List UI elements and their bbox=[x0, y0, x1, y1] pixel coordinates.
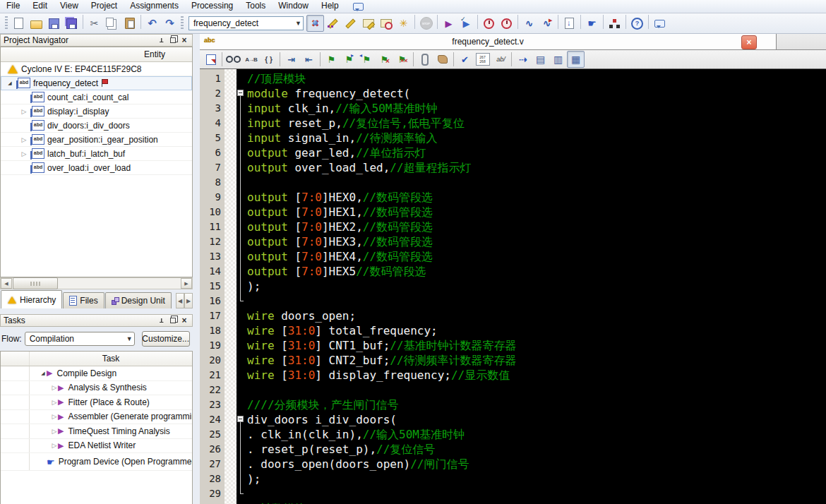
tree-arrow-icon[interactable]: ▷ bbox=[20, 136, 28, 143]
tab-scroll-left-icon[interactable]: ◀ bbox=[176, 293, 184, 308]
code-line[interactable]: output [7:0]HEX3,//数码管段选 bbox=[237, 234, 826, 249]
replace-button[interactable] bbox=[242, 51, 260, 68]
code-line[interactable]: wire [31:0] display_frequency;//显示数值 bbox=[237, 368, 826, 383]
scrollbar-thumb[interactable] bbox=[13, 277, 58, 289]
entity-column-header[interactable]: Entity bbox=[1, 47, 192, 62]
classic-timing-button[interactable] bbox=[377, 15, 395, 32]
code-editor[interactable]: 1234567891011121314151617181920212223242… bbox=[200, 69, 826, 504]
code-line[interactable]: module frequency_detect( bbox=[237, 86, 826, 101]
task-row-assembler-generate-programming[interactable]: ▷▶Assembler (Generate programming bbox=[1, 410, 192, 425]
line-counter-button[interactable]: 267268 bbox=[474, 51, 491, 68]
code-line[interactable]: output [7:0]HEX1,//数码管段选 bbox=[237, 205, 826, 220]
help-button[interactable] bbox=[628, 15, 646, 32]
find-button[interactable] bbox=[225, 51, 242, 68]
start-compilation-button[interactable] bbox=[440, 15, 457, 32]
tree-row-gear_position[interactable]: ▷abdgear_position:i_gear_position bbox=[1, 133, 192, 147]
tree-row-count_cal[interactable]: abdcount_cal:i_count_cal bbox=[1, 90, 192, 104]
flow-combobox[interactable]: Compilation ▼ bbox=[25, 332, 135, 346]
code-line[interactable] bbox=[237, 175, 826, 190]
simulation-button[interactable] bbox=[520, 15, 538, 32]
stop-button[interactable] bbox=[417, 15, 435, 32]
code-line[interactable]: wire doors_open; bbox=[237, 308, 826, 323]
pin-icon[interactable] bbox=[157, 316, 167, 325]
entity-combobox[interactable]: frequency_detect ▼ bbox=[188, 16, 304, 30]
compile-design-button[interactable] bbox=[306, 15, 324, 32]
task-arrow-icon[interactable]: ▷ bbox=[51, 413, 58, 420]
page-export-button[interactable] bbox=[561, 15, 578, 32]
bookmark-margin[interactable] bbox=[225, 69, 237, 504]
task-arrow-icon[interactable]: ▷ bbox=[51, 384, 58, 391]
comment-toggle-button[interactable]: ab/ bbox=[491, 51, 509, 68]
code-line[interactable]: ); bbox=[237, 279, 826, 294]
task-row-analysis-synthesis[interactable]: ▷▶Analysis & Synthesis bbox=[1, 381, 192, 396]
code-line[interactable]: output [7:0]HEX2,//数码管段选 bbox=[237, 220, 826, 234]
code-line[interactable] bbox=[237, 383, 826, 397]
eda-netlist-button[interactable] bbox=[395, 15, 412, 32]
code-line[interactable]: //顶层模块 bbox=[237, 71, 826, 86]
project-navigator-hscrollbar[interactable]: ◀ ▶ bbox=[0, 277, 193, 289]
code-line[interactable]: wire [31:0] total_frequency; bbox=[237, 323, 826, 338]
float-icon[interactable] bbox=[168, 316, 178, 325]
task-arrow-icon[interactable]: ▷ bbox=[51, 442, 58, 449]
macro-button[interactable] bbox=[433, 51, 451, 68]
code-line[interactable] bbox=[237, 486, 826, 501]
menu-assignments[interactable]: Assignments bbox=[124, 0, 185, 13]
file-options-button[interactable] bbox=[202, 51, 220, 68]
redo-button[interactable] bbox=[161, 15, 179, 32]
analysis-synthesis-button[interactable] bbox=[324, 15, 342, 32]
feedback-icon[interactable] bbox=[349, 0, 367, 15]
menu-tools[interactable]: Tools bbox=[239, 0, 272, 13]
code-line[interactable]: . doors_open(doors_open)//闸门信号 bbox=[237, 457, 826, 472]
code-line[interactable]: wire [31:0] CNT1_buf;//基准时钟计数器寄存器 bbox=[237, 338, 826, 353]
menu-view[interactable]: View bbox=[54, 0, 85, 13]
code-line[interactable]: input signal_in,//待测频率输入 bbox=[237, 131, 826, 145]
outdent-button[interactable] bbox=[300, 51, 318, 68]
task-row-compile-design[interactable]: ◢▶Compile Design bbox=[1, 366, 192, 381]
tab-files[interactable]: Files bbox=[63, 292, 104, 308]
tree-row-display[interactable]: ▷abddisplay:i_display bbox=[1, 104, 192, 119]
code-line[interactable] bbox=[237, 294, 826, 308]
code-line[interactable]: //计数模块 bbox=[237, 501, 826, 504]
close-icon[interactable] bbox=[179, 36, 189, 45]
task-column-header[interactable]: Task bbox=[1, 352, 192, 366]
float-icon[interactable] bbox=[168, 36, 178, 45]
pin-icon[interactable] bbox=[157, 36, 167, 45]
menu-edit[interactable]: Edit bbox=[26, 0, 54, 13]
copy-button[interactable] bbox=[103, 15, 121, 32]
code-line[interactable]: output over_load_led,//超量程指示灯 bbox=[237, 160, 826, 175]
match-braces-button[interactable] bbox=[260, 51, 277, 68]
fitter-button[interactable] bbox=[342, 15, 359, 32]
feedback-button[interactable] bbox=[651, 15, 669, 32]
start-analysis-button[interactable] bbox=[457, 15, 475, 32]
save-all-button[interactable] bbox=[63, 15, 80, 32]
scroll-left-icon[interactable]: ◀ bbox=[1, 278, 12, 289]
syntax-check-button[interactable] bbox=[456, 51, 474, 68]
code-line[interactable]: . clk_in(clk_in),//输入50M基准时钟 bbox=[237, 427, 826, 442]
code-line[interactable]: ////分频模块，产生闸门信号 bbox=[237, 397, 826, 412]
code-line[interactable]: output [7:0]HEX0,//数码管段选 bbox=[237, 190, 826, 205]
code-line[interactable]: output [7:0]HEX4,//数码管段选 bbox=[237, 249, 826, 264]
save-button[interactable] bbox=[45, 15, 63, 32]
task-row-fitter-place-route-[interactable]: ▷▶Fitter (Place & Route) bbox=[1, 395, 192, 410]
code-line[interactable]: ); bbox=[237, 472, 826, 486]
task-row-program-device-open-programmer-[interactable]: ☛Program Device (Open Programmer) bbox=[1, 453, 192, 471]
chip-planner-button[interactable] bbox=[606, 15, 623, 32]
cut-button[interactable] bbox=[85, 15, 103, 32]
task-arrow-icon[interactable]: ▷ bbox=[51, 428, 58, 435]
programmer-button[interactable] bbox=[583, 15, 601, 32]
tree-row-frequency_detect[interactable]: ◢abdfrequency_detect bbox=[1, 76, 192, 90]
code-line[interactable]: output [7:0]HEX5//数码管段选 bbox=[237, 264, 826, 279]
tree-row-div_doors[interactable]: abddiv_doors:i_div_doors bbox=[1, 119, 192, 133]
indent-button[interactable] bbox=[282, 51, 300, 68]
menu-window[interactable]: Window bbox=[272, 0, 315, 13]
editor-close-icon[interactable]: × bbox=[741, 35, 757, 49]
tree-row-over_load[interactable]: abdover_load:i_over_load bbox=[1, 161, 192, 175]
code-line[interactable]: . reset_p(reset_p),//复位信号 bbox=[237, 442, 826, 457]
menu-help[interactable]: Help bbox=[315, 0, 345, 13]
tab-design-unit[interactable]: Design Unit bbox=[105, 292, 172, 308]
bookmark-toggle-button[interactable] bbox=[323, 51, 340, 68]
fold-collapse-icon[interactable] bbox=[237, 416, 244, 422]
code-lines[interactable]: //顶层模块module frequency_detect(input clk_… bbox=[237, 71, 826, 504]
task-row-eda-netlist-writer[interactable]: ▷▶EDA Netlist Writer bbox=[1, 439, 192, 454]
outline-formatted-button[interactable] bbox=[567, 51, 585, 68]
